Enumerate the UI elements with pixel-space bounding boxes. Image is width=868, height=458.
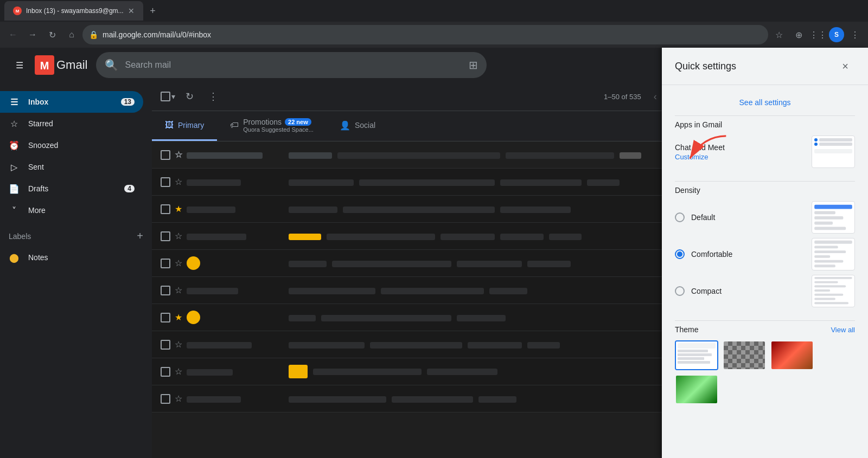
star-icon[interactable]: ☆ — [175, 339, 182, 350]
promotions-badge: 22 new — [285, 118, 311, 126]
sidebar-item-sent[interactable]: ▷ Sent — [0, 156, 143, 178]
table-row[interactable]: ☆ — [152, 331, 698, 358]
row-checkbox[interactable] — [161, 150, 170, 160]
theme-autumn[interactable] — [770, 340, 814, 370]
hamburger-menu-button[interactable]: ☰ — [9, 54, 30, 76]
quick-settings-header: Quick settings × — [662, 48, 868, 85]
select-all-checkbox[interactable] — [161, 92, 170, 101]
row-checkbox[interactable] — [161, 231, 170, 241]
select-all-area[interactable]: ▾ — [161, 92, 175, 101]
tab-primary[interactable]: 🖼 Primary — [152, 111, 217, 141]
forward-button[interactable]: → — [24, 26, 41, 43]
theme-nature[interactable] — [675, 375, 718, 404]
row-checkbox[interactable] — [161, 177, 170, 187]
email-subject — [289, 151, 641, 159]
customize-link[interactable]: Customize — [675, 153, 725, 161]
density-default-radio[interactable] — [675, 212, 685, 222]
row-checkbox[interactable] — [161, 204, 170, 214]
svg-text:M: M — [40, 60, 49, 72]
sidebar-item-inbox[interactable]: ☰ Inbox 13 — [0, 91, 143, 113]
star-icon[interactable]: ★ — [175, 204, 182, 214]
more-menu-button[interactable]: ⋮ — [846, 26, 864, 43]
profile-menu-icon[interactable]: ⋮⋮ — [809, 26, 827, 43]
sidebar-item-snoozed[interactable]: ⏰ Snoozed — [0, 134, 143, 156]
filter-icon[interactable]: ⊞ — [469, 59, 478, 72]
row-checkbox[interactable] — [161, 340, 170, 350]
tab-promotions[interactable]: 🏷 Promotions 22 new Quora Suggested Spac… — [217, 111, 327, 141]
email-subject — [289, 286, 641, 295]
table-row[interactable]: ★ — [152, 304, 698, 331]
sidebar-item-notes[interactable]: ⬤ Notes — [0, 247, 143, 268]
email-list[interactable]: ☆ ☆ — [152, 141, 698, 458]
table-row[interactable]: ★ — [152, 196, 698, 223]
table-row[interactable]: ☆ — [152, 223, 698, 250]
search-input[interactable] — [125, 60, 462, 70]
table-row[interactable]: ☆ — [152, 277, 698, 304]
theme-default[interactable] — [675, 340, 718, 370]
star-icon[interactable]: ☆ — [175, 394, 182, 404]
table-row[interactable]: ☆ — [152, 358, 698, 385]
user-avatar[interactable]: S — [829, 27, 844, 42]
sidebar-item-label-drafts: Drafts — [28, 184, 116, 193]
svg-rect-8 — [814, 246, 838, 249]
row-checkbox[interactable] — [161, 367, 170, 377]
star-icon[interactable]: ★ — [175, 312, 182, 322]
quick-settings-close-button[interactable]: × — [835, 56, 855, 76]
density-compact-radio[interactable] — [675, 286, 685, 296]
table-row[interactable]: ☆ — [152, 250, 698, 277]
email-subject — [289, 205, 641, 214]
sidebar-item-more[interactable]: ˅ More — [0, 199, 143, 221]
theme-chess[interactable] — [723, 340, 766, 370]
table-row[interactable]: ☆ — [152, 141, 698, 169]
extension-icon[interactable]: ⊕ — [790, 26, 807, 43]
theme-section-header: Theme View all — [662, 321, 868, 336]
table-row[interactable]: ☆ — [152, 385, 698, 412]
toolbar-actions: ☆ ⊕ ⋮⋮ S ⋮ — [770, 26, 864, 43]
drafts-badge: 4 — [124, 185, 135, 192]
address-bar[interactable]: 🔒 mail.google.com/mail/u/0/#inbox — [82, 25, 768, 44]
row-checkbox[interactable] — [161, 313, 170, 322]
row-checkbox[interactable] — [161, 259, 170, 268]
tab-social[interactable]: 👤 Social — [327, 111, 388, 141]
star-icon[interactable]: ☆ — [175, 231, 182, 241]
new-tab-button[interactable]: + — [145, 3, 161, 18]
card-row-2 — [814, 143, 852, 146]
meet-dot — [814, 143, 818, 146]
sidebar-item-starred[interactable]: ☆ Starred — [0, 113, 143, 134]
density-comfortable-row: Comfortable — [675, 238, 855, 270]
more-options-button[interactable]: ⋮ — [203, 87, 223, 106]
back-button[interactable]: ← — [4, 26, 22, 43]
starred-icon: ☆ — [9, 119, 20, 129]
card-line-1 — [819, 138, 852, 141]
density-default-label: Default — [691, 213, 715, 222]
density-default-preview — [812, 201, 855, 234]
star-icon[interactable]: ☆ — [175, 285, 182, 295]
svg-rect-6 — [814, 227, 846, 230]
see-all-settings-link[interactable]: See all settings — [739, 98, 791, 107]
star-icon[interactable]: ☆ — [175, 366, 182, 377]
reload-button[interactable]: ↻ — [43, 26, 61, 43]
svg-rect-15 — [814, 285, 846, 287]
tab-close-button[interactable]: ✕ — [128, 7, 135, 15]
sidebar-item-label-more: More — [28, 206, 135, 215]
sender-name — [187, 311, 284, 324]
bookmark-icon[interactable]: ☆ — [770, 26, 788, 43]
sidebar-item-drafts[interactable]: 📄 Drafts 4 — [0, 178, 143, 199]
density-comfortable-radio[interactable] — [675, 249, 685, 259]
refresh-button[interactable]: ↻ — [180, 87, 199, 106]
table-row[interactable]: ☆ — [152, 169, 698, 196]
see-all-settings-area: See all settings — [662, 94, 868, 115]
favicon-icon: M — [13, 7, 22, 15]
quick-settings-body: See all settings Apps in Gmail Chat and … — [662, 85, 868, 458]
star-icon[interactable]: ☆ — [175, 258, 182, 268]
row-checkbox[interactable] — [161, 286, 170, 295]
view-all-themes-link[interactable]: View all — [831, 326, 855, 334]
add-label-button[interactable]: + — [137, 230, 143, 242]
select-dropdown-arrow[interactable]: ▾ — [171, 92, 175, 101]
search-bar[interactable]: 🔍 ⊞ — [96, 52, 487, 78]
home-button[interactable]: ⌂ — [63, 26, 80, 43]
star-icon[interactable]: ☆ — [175, 150, 182, 160]
browser-tab[interactable]: M Inbox (13) - swayambass9@gm... ✕ — [4, 1, 143, 21]
star-icon[interactable]: ☆ — [175, 177, 182, 187]
row-checkbox[interactable] — [161, 394, 170, 404]
